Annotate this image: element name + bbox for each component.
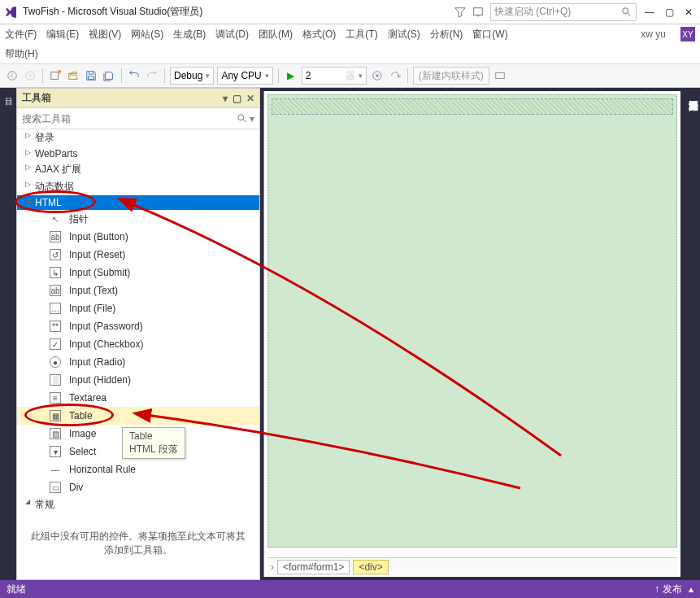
publish-button[interactable]: ↑发布▴ <box>654 583 693 596</box>
vs-logo-icon <box>5 6 18 19</box>
left-dock-tab[interactable]: 目 <box>0 88 16 580</box>
item-input-hidden[interactable]: ░Input (Hidden) <box>17 371 259 389</box>
div-icon: ▭ <box>50 482 61 493</box>
redo-button[interactable] <box>145 67 159 85</box>
svg-point-4 <box>26 72 35 81</box>
menu-view[interactable]: 视图(V) <box>89 28 121 41</box>
platform-combo-value: Any CPU <box>221 70 261 81</box>
table-icon: ▦ <box>50 410 61 421</box>
right-tab-solution[interactable]: 解决方案资源管理器 <box>686 93 700 580</box>
cat-login[interactable]: 登录 <box>17 129 259 146</box>
item-div[interactable]: ▭Div <box>17 478 259 496</box>
config-combo-value: Debug <box>174 70 202 81</box>
file-icon: … <box>50 303 61 314</box>
toolbox-close-button[interactable]: ✕ <box>246 93 254 104</box>
textarea-icon: ≡ <box>50 392 61 404</box>
start-debug-button[interactable]: ▶ <box>284 67 298 85</box>
search-dropdown-button[interactable]: ▾ <box>250 113 254 124</box>
item-input-text[interactable]: abInput (Text) <box>17 282 259 299</box>
cat-general[interactable]: 常规 <box>17 496 259 513</box>
checkbox-icon: ✓ <box>50 338 61 350</box>
toolbox-title: 工具箱 <box>22 91 51 105</box>
cat-dyndata[interactable]: 动态数据 <box>17 178 259 195</box>
svg-point-9 <box>238 114 244 120</box>
svg-line-2 <box>628 12 631 15</box>
style-combo[interactable]: (新建内联样式) <box>413 67 489 85</box>
designer-surface[interactable] <box>267 94 677 548</box>
notifications-icon[interactable] <box>472 7 484 18</box>
toolbox-search-input[interactable] <box>22 113 233 124</box>
svg-rect-0 <box>474 7 483 15</box>
toolbox-pin-button[interactable]: ▢ <box>233 93 241 104</box>
breadcrumb-form[interactable]: <form#form1> <box>277 560 350 574</box>
menu-window[interactable]: 窗口(W) <box>472 28 507 41</box>
open-button[interactable] <box>66 67 80 85</box>
filter-icon[interactable] <box>454 7 466 18</box>
item-input-button[interactable]: abInput (Button) <box>17 228 259 246</box>
pointer-icon: ↖ <box>50 213 61 225</box>
new-project-button[interactable]: ✶ <box>48 67 63 85</box>
hidden-icon: ░ <box>50 374 61 386</box>
toolbox-tree: 登录 WebParts AJAX 扩展 动态数据 HTML ↖指针 abInpu… <box>17 129 259 579</box>
menu-help[interactable]: 帮助(H) <box>5 47 38 61</box>
status-ready: 就绪 <box>7 583 26 596</box>
toolbox-options-button[interactable]: ▾ <box>223 93 228 104</box>
menu-build[interactable]: 生成(B) <box>173 28 206 41</box>
maximize-button[interactable]: ▢ <box>663 6 676 19</box>
close-button[interactable]: ✕ <box>682 6 695 19</box>
svg-point-1 <box>623 7 628 13</box>
run-target-combo[interactable]: 2器▾ <box>302 67 367 85</box>
menu-website[interactable]: 网站(S) <box>131 28 163 41</box>
menu-team[interactable]: 团队(M) <box>259 28 293 41</box>
refresh-button[interactable] <box>388 67 402 85</box>
item-input-file[interactable]: …Input (File) <box>17 299 259 317</box>
item-input-radio[interactable]: ●Input (Radio) <box>17 353 259 371</box>
breadcrumb-arrow[interactable]: › <box>271 561 274 573</box>
toolbox-panel: 工具箱 ▾ ▢ ✕ ▾ 登录 WebParts AJAX 扩展 动态数据 HTM… <box>16 88 260 580</box>
menu-file[interactable]: 文件(F) <box>5 28 37 41</box>
radio-icon: ● <box>50 356 61 368</box>
browser-link-button[interactable] <box>370 67 385 85</box>
table-tooltip: Table HTML 段落 <box>122 427 185 459</box>
item-textarea[interactable]: ≡Textarea <box>17 389 259 407</box>
item-input-reset[interactable]: ↺Input (Reset) <box>17 246 259 264</box>
menu-debug[interactable]: 调试(D) <box>215 28 249 41</box>
select-icon: ▾ <box>50 446 61 457</box>
button-icon: ab <box>50 231 61 242</box>
undo-button[interactable] <box>127 67 141 85</box>
designer-area[interactable]: › <form#form1> <div> <box>263 91 680 577</box>
nav-fwd-button[interactable] <box>23 67 37 85</box>
signed-in-user[interactable]: xw yu <box>641 28 666 40</box>
svg-line-10 <box>243 119 246 122</box>
platform-combo[interactable]: Any CPU▾ <box>217 67 272 85</box>
save-all-button[interactable] <box>102 67 116 85</box>
password-icon: ** <box>50 321 61 332</box>
item-input-checkbox[interactable]: ✓Input (Checkbox) <box>17 335 259 353</box>
menu-test[interactable]: 测试(S) <box>388 28 420 41</box>
quick-launch-input[interactable]: 快速启动 (Ctrl+Q) <box>490 3 637 21</box>
text-icon: ab <box>50 285 61 296</box>
svg-point-3 <box>8 72 17 81</box>
menu-tools[interactable]: 工具(T) <box>346 28 377 41</box>
save-button[interactable] <box>84 67 98 85</box>
item-input-submit[interactable]: ↳Input (Submit) <box>17 264 259 282</box>
cat-webparts[interactable]: WebParts <box>17 146 259 161</box>
image-icon: ▧ <box>50 428 61 439</box>
item-pointer[interactable]: ↖指针 <box>17 210 259 228</box>
cat-ajax[interactable]: AJAX 扩展 <box>17 161 259 178</box>
config-combo[interactable]: Debug▾ <box>170 67 214 85</box>
style-combo-value: (新建内联样式) <box>419 69 484 83</box>
user-avatar-badge[interactable]: XY <box>680 27 695 41</box>
cat-html[interactable]: HTML <box>17 195 259 210</box>
menu-edit[interactable]: 编辑(E) <box>46 28 79 41</box>
item-table[interactable]: ▦Table <box>17 407 259 425</box>
menu-format[interactable]: 格式(O) <box>302 28 336 41</box>
selected-element-handle[interactable] <box>272 98 673 115</box>
more-tools-button[interactable] <box>493 67 507 85</box>
item-hr[interactable]: —Horizontal Rule <box>17 461 259 478</box>
minimize-button[interactable]: — <box>643 6 656 19</box>
breadcrumb-div[interactable]: <div> <box>353 560 388 574</box>
item-input-password[interactable]: **Input (Password) <box>17 317 259 335</box>
menu-analyze[interactable]: 分析(N) <box>430 28 463 41</box>
nav-back-button[interactable] <box>5 67 20 85</box>
